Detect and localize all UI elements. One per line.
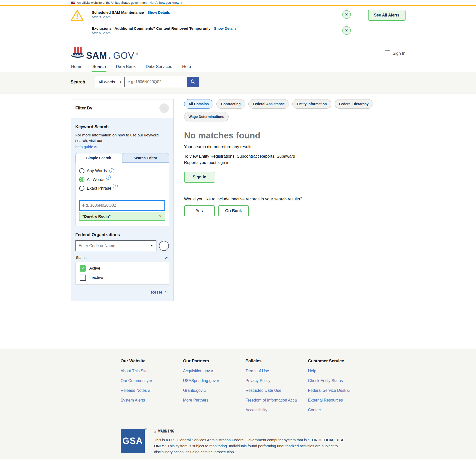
keyword-tabs: Simple Search Search Editor <box>75 153 169 163</box>
nav-home[interactable]: Home <box>71 63 83 72</box>
footer-link[interactable]: Contact <box>308 408 371 412</box>
filter-by-title: Filter By <box>75 106 92 111</box>
footer-link[interactable]: More Partners <box>183 398 246 403</box>
nav-search[interactable]: Search <box>92 63 106 72</box>
federal-orgs-placeholder: Enter Code or Name <box>79 244 115 248</box>
radio-exact-phrase[interactable]: Exact Phrase i <box>79 186 165 191</box>
show-details-link[interactable]: Show Details <box>214 26 236 30</box>
refresh-icon: ↻ <box>164 290 168 295</box>
radio-all-words[interactable]: All Words i <box>79 177 165 182</box>
sign-in-note: To view Entity Registrations, Subcontrac… <box>184 153 310 166</box>
sign-in-link[interactable]: ← Sign In <box>385 50 405 56</box>
help-guide-link[interactable]: help guide⧉ <box>75 145 97 149</box>
registered-mark: ® <box>145 428 147 431</box>
info-icon[interactable]: i <box>113 184 118 188</box>
keyword-input[interactable] <box>79 200 165 211</box>
checkbox-unchecked-icon <box>80 275 86 281</box>
pill-contracting[interactable]: Contracting <box>216 99 245 109</box>
warning-icon: ⚠ <box>154 429 156 434</box>
pill-all-domains[interactable]: All Domains <box>184 99 213 109</box>
external-link-icon: ⧉ <box>347 389 349 393</box>
chevron-up-icon <box>165 255 168 260</box>
status-section-toggle[interactable]: Status <box>76 255 168 260</box>
footer-link[interactable]: Help <box>308 369 371 373</box>
footer-link[interactable]: Federal Service Desk⧉ <box>308 388 371 393</box>
footer-link[interactable]: Privacy Policy <box>246 379 308 383</box>
sign-in-label: Sign In <box>393 51 405 56</box>
warning-paragraph-1: This is a U.S. General Services Administ… <box>154 437 354 455</box>
radio-button-selected <box>79 177 84 182</box>
pill-federal-hierarchy[interactable]: Federal Hierarchy <box>335 99 373 109</box>
nav-data-services[interactable]: Data Services <box>145 63 173 72</box>
footer-link[interactable]: Freedom of Information Act⧉ <box>246 398 308 403</box>
us-flag-icon <box>71 1 75 4</box>
alert-item: Exclusions “Additional Comments” Content… <box>88 24 355 37</box>
footer-col-our-partners: Our Partners Acquisition.gov⧉ USASpendin… <box>183 359 246 418</box>
footer-link[interactable]: External Resources <box>308 398 371 403</box>
footer-link[interactable]: Our Community⧉ <box>121 379 183 383</box>
chevron-down-icon: ▾ <box>181 1 182 4</box>
close-alert-button[interactable]: ✕ <box>342 10 351 19</box>
go-back-button[interactable]: Go Back <box>218 205 249 216</box>
more-options-button[interactable]: ⋯ <box>159 241 169 251</box>
sam-gov-logo[interactable]: ★ ★ ★ SAM ★ GOV ® <box>71 46 138 60</box>
footer-link[interactable]: Terms of Use <box>246 369 308 373</box>
footer-link[interactable]: Accessibility <box>246 408 308 412</box>
close-alert-button[interactable]: ✕ <box>342 26 351 35</box>
svg-text:★: ★ <box>77 53 78 55</box>
footer-heading: Our Website <box>121 359 183 364</box>
caret-down-icon: ▼ <box>119 81 122 83</box>
close-icon: ✕ <box>345 28 348 33</box>
footer-link[interactable]: Acquisition.gov⧉ <box>183 369 246 373</box>
footer-link[interactable]: System Alerts <box>121 398 183 403</box>
pill-entity-information[interactable]: Entity Information <box>292 99 331 109</box>
close-icon: ✕ <box>345 12 348 17</box>
info-icon[interactable]: i <box>106 175 111 180</box>
footer-heading: Customer Service <box>308 359 371 364</box>
logo-sam-text: SAM <box>86 51 107 60</box>
remove-chip-icon[interactable]: ✕ <box>159 214 162 218</box>
how-you-know-link[interactable]: Here's how you know <box>149 1 179 4</box>
nav-data-bank[interactable]: Data Bank <box>115 63 136 72</box>
see-all-alerts-button[interactable]: See All Alerts <box>368 10 406 21</box>
alert-date: Mar 6, 2026 <box>92 31 237 35</box>
radio-button-unselected <box>79 186 84 191</box>
no-matches-subtitle: Your search did not return any results. <box>184 144 406 149</box>
search-scope-select[interactable]: All Words ▼ <box>96 77 125 87</box>
tab-search-editor[interactable]: Search Editor <box>122 153 169 163</box>
footer-link[interactable]: Restricted Data Use <box>246 388 308 393</box>
info-icon[interactable]: i <box>109 168 114 173</box>
logo-star-icon: ★ <box>108 56 111 60</box>
footer-link[interactable]: Grants.gov⧉ <box>183 388 246 393</box>
footer-heading: Our Partners <box>183 359 246 364</box>
footer-link[interactable]: Check Entity Status <box>308 379 371 383</box>
reset-filters-button[interactable]: Reset ↻ <box>76 290 168 295</box>
yes-button[interactable]: Yes <box>184 205 215 216</box>
external-link-icon: ⧉ <box>204 389 206 393</box>
show-details-link[interactable]: Show Details <box>147 10 170 14</box>
footer-link[interactable]: Release Notes⧉ <box>121 388 183 393</box>
collapse-filters-button[interactable]: − <box>159 103 169 113</box>
svg-text:★: ★ <box>79 53 81 55</box>
external-link-icon: ⧉ <box>94 145 96 149</box>
footer-link[interactable]: USASpending.gov⧉ <box>183 379 246 383</box>
footer-heading: Policies <box>246 359 308 364</box>
sign-in-button[interactable]: Sign In <box>184 172 215 183</box>
nav-help[interactable]: Help <box>182 63 191 72</box>
search-submit-button[interactable] <box>187 77 199 87</box>
radio-any-words[interactable]: Any Words i <box>79 168 165 173</box>
alert-date: Mar 9, 2026 <box>92 15 170 19</box>
footer-link[interactable]: About This Site <box>121 369 183 373</box>
radio-button-unselected <box>79 168 84 173</box>
federal-orgs-select[interactable]: Enter Code or Name ▼ <box>75 240 156 251</box>
registered-mark: ® <box>136 52 138 56</box>
warning-triangle-icon <box>71 9 84 22</box>
tab-simple-search[interactable]: Simple Search <box>75 153 122 163</box>
pill-federal-assistance[interactable]: Federal Assistance <box>248 99 289 109</box>
checkbox-inactive[interactable]: Inactive <box>80 275 165 281</box>
checkbox-active[interactable]: ✓ Active <box>80 265 165 272</box>
uncle-sam-hat-icon: ★ ★ ★ <box>71 46 85 60</box>
search-input[interactable] <box>125 77 187 87</box>
gov-banner-text: An official website of the United States… <box>77 1 148 4</box>
pill-wage-determinations[interactable]: Wage Determinations <box>184 112 229 121</box>
